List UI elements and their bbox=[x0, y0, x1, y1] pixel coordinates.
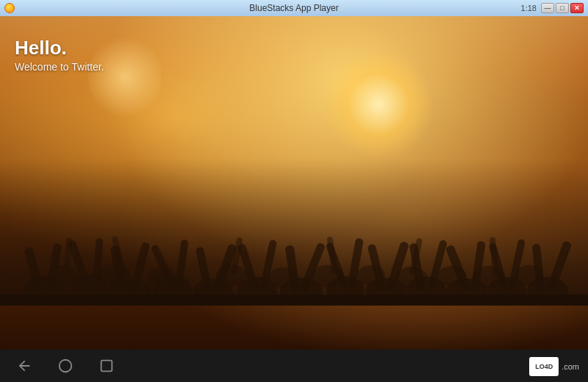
title-bar-title: BlueStacks App Player bbox=[249, 3, 338, 13]
recents-button[interactable] bbox=[97, 356, 116, 375]
home-button[interactable] bbox=[56, 356, 75, 375]
maximize-button[interactable]: □ bbox=[556, 3, 569, 13]
svg-rect-58 bbox=[101, 361, 112, 372]
hero-heading: Hello. bbox=[15, 37, 104, 60]
watermark: LO4D .com bbox=[529, 357, 579, 376]
title-bar-left bbox=[4, 3, 15, 13]
hero-text: Hello. Welcome to Twitter. bbox=[15, 37, 104, 73]
lo4d-suffix: .com bbox=[562, 362, 579, 371]
home-icon bbox=[57, 358, 74, 374]
close-button[interactable]: ✕ bbox=[570, 3, 584, 13]
main-area: Hello. Welcome to Twitter. Sign up Log i… bbox=[0, 16, 588, 350]
hero-subheading: Welcome to Twitter. bbox=[15, 61, 104, 73]
concert-background: Hello. Welcome to Twitter. bbox=[0, 16, 588, 350]
minimize-button[interactable]: — bbox=[541, 3, 554, 13]
android-nav-bar: LO4D .com bbox=[0, 350, 588, 382]
recents-icon bbox=[98, 358, 115, 374]
back-button[interactable] bbox=[15, 356, 34, 375]
back-icon bbox=[16, 358, 32, 374]
app-icon bbox=[4, 3, 15, 13]
svg-point-57 bbox=[60, 360, 72, 372]
window-controls: 1:18 — □ ✕ bbox=[521, 3, 584, 13]
crowd-overlay bbox=[0, 159, 588, 306]
clock: 1:18 bbox=[521, 4, 537, 12]
nav-buttons bbox=[15, 356, 116, 375]
lo4d-logo: LO4D bbox=[529, 357, 559, 376]
title-bar: BlueStacks App Player 1:18 — □ ✕ bbox=[0, 0, 588, 16]
